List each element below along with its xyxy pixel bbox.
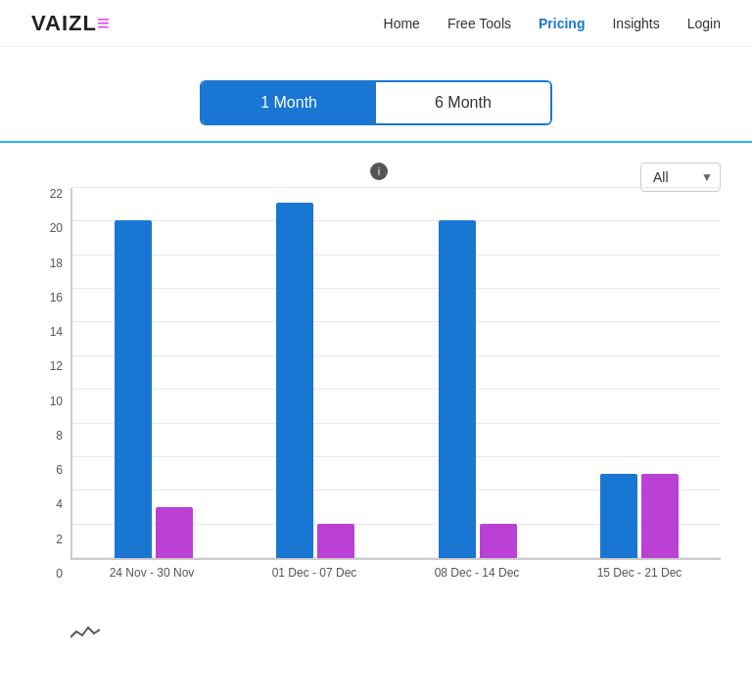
timeline-section: 1 Month 6 Month <box>0 47 752 141</box>
logo: VAIZL≡ <box>31 11 111 36</box>
y-axis-label: 2 <box>56 534 63 545</box>
y-axis-label: 14 <box>50 326 63 338</box>
chart-section: i All Posts Reels Stories ▼ 024681012141… <box>0 143 752 662</box>
logo-text: VAIZL≡ <box>31 11 111 36</box>
bar-group <box>235 203 398 558</box>
bar-group <box>397 220 559 558</box>
bar-blue <box>276 203 313 558</box>
x-axis-label: 15 Dec - 21 Dec <box>558 566 721 580</box>
y-axis-label: 0 <box>56 568 63 580</box>
y-axis-label: 16 <box>50 292 63 303</box>
bar-purple <box>480 524 517 558</box>
y-axis-label: 20 <box>50 222 63 234</box>
timeline-buttons: 1 Month 6 Month <box>200 80 552 125</box>
y-axis-label: 18 <box>50 257 63 269</box>
nav-pricing[interactable]: Pricing <box>539 16 585 31</box>
bar-chart-wrapper: 0246810121416182022 24 Nov - 30 Nov01 De… <box>31 188 721 619</box>
bar-group <box>72 220 235 558</box>
y-axis-label: 4 <box>56 498 63 510</box>
nav-insights[interactable]: Insights <box>612 16 659 31</box>
bar-blue <box>600 474 637 558</box>
bar-group <box>559 474 722 558</box>
timeline-6month-button[interactable]: 6 Month <box>376 82 550 123</box>
x-axis-label: 01 Dec - 07 Dec <box>233 566 396 580</box>
y-axis-label: 8 <box>56 430 63 442</box>
wave-icon <box>70 624 100 641</box>
x-axis-label: 24 Nov - 30 Nov <box>70 566 233 580</box>
grid-line <box>72 187 721 188</box>
logo-accent: ≡ <box>97 11 111 35</box>
chart-header: i All Posts Reels Stories ▼ <box>31 163 721 180</box>
nav-free-tools[interactable]: Free Tools <box>447 16 511 31</box>
y-axis-label: 6 <box>56 464 63 476</box>
bar-purple <box>641 474 679 558</box>
y-axis-label: 12 <box>50 360 63 372</box>
x-labels: 24 Nov - 30 Nov01 Dec - 07 Dec08 Dec - 1… <box>70 566 721 580</box>
y-axis: 0246810121416182022 <box>31 188 69 580</box>
nav-home[interactable]: Home <box>384 16 420 31</box>
x-axis-label: 08 Dec - 14 Dec <box>396 566 558 580</box>
nav-login[interactable]: Login <box>687 16 721 31</box>
legend-icon <box>70 623 102 642</box>
y-axis-label: 10 <box>50 396 63 407</box>
bar-purple <box>156 507 193 558</box>
info-icon[interactable]: i <box>370 163 388 180</box>
bar-purple <box>317 524 354 558</box>
legend-area <box>31 623 721 642</box>
navbar: VAIZL≡ Home Free Tools Pricing Insights … <box>0 0 752 47</box>
bar-blue <box>439 220 476 558</box>
bar-blue <box>115 220 152 558</box>
y-axis-label: 22 <box>50 188 63 200</box>
nav-links: Home Free Tools Pricing Insights Login <box>384 16 721 31</box>
chart-area <box>70 188 721 560</box>
timeline-1month-button[interactable]: 1 Month <box>202 82 376 123</box>
